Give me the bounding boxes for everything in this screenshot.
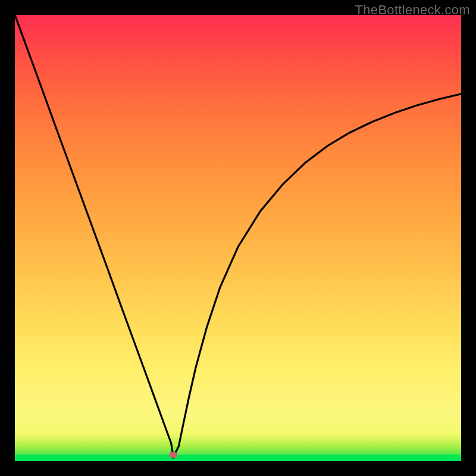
curve-marker [169,452,177,458]
curve-path [15,15,461,457]
watermark-text: TheBottleneck.com [355,2,470,18]
bottleneck-curve [15,15,461,461]
plot-area [15,15,461,461]
chart-frame: TheBottleneck.com [0,0,476,476]
